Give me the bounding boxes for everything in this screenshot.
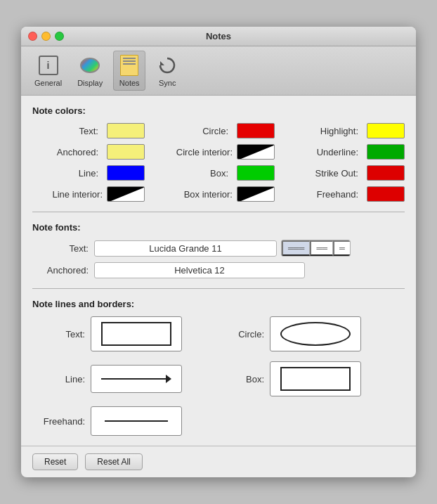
toolbar-sync[interactable]: Sync [151,51,183,91]
box-color-swatch[interactable] [237,165,275,181]
window-title: Notes [206,31,231,41]
box-interior-color-label: Box interior: [184,189,233,200]
note-colors-section: Note colors: Text: Circle: Highlight: [32,105,405,202]
box-color-label: Box: [210,168,228,179]
color-row-4: Line interior: Box interior: Freehand: [32,186,405,202]
circle-color-swatch[interactable] [237,123,275,138]
align-right-button[interactable]: ═ [333,240,350,256]
general-icon-shape: i [39,56,58,75]
lines-grid: Text: Circle: Line: [32,316,405,436]
toolbar-notes[interactable]: Notes [113,51,145,91]
lines-text-inner-rect [101,322,171,346]
line-color-swatch[interactable] [107,165,145,181]
box-interior-color-swatch[interactable] [237,186,275,202]
note-lines-title: Note lines and borders: [32,299,405,309]
lines-circle-cell: Circle: [222,316,405,351]
lines-freehand-label: Freehand: [32,416,85,427]
lines-freehand-line [105,420,168,422]
window-controls [28,32,64,41]
general-icon: i [37,54,60,77]
note-colors-title: Note colors: [32,105,405,116]
display-icon [79,54,101,77]
lines-circle-label: Circle: [222,329,264,340]
underline-color-cell: Underline: [275,144,405,160]
lines-text-label: Text: [32,329,85,340]
anchored-color-swatch[interactable] [107,144,145,160]
display-icon-shape [80,58,100,73]
color-row-2: Anchored: Circle interior: Underline: [32,144,405,160]
arrow-shaft [101,378,166,380]
notes-icon-shape [120,55,138,76]
strikeout-color-cell: Strike Out: [275,165,405,181]
reset-button[interactable]: Reset [32,453,78,470]
note-fonts-section: Note fonts: Text: ═══ ══ ═ Anchored: [32,222,405,278]
strikeout-color-label: Strike Out: [315,168,358,179]
circle-interior-color-swatch[interactable] [237,144,275,160]
underline-color-swatch[interactable] [367,144,405,160]
font-anchored-input[interactable] [94,262,305,278]
font-text-input[interactable] [94,240,277,257]
svg-marker-0 [160,61,164,65]
lines-line-label: Line: [32,374,85,385]
circle-color-cell: Circle: [145,123,275,138]
note-fonts-title: Note fonts: [32,222,405,233]
toolbar: i General Display Notes Sync [21,46,416,96]
minimize-button[interactable] [41,32,51,41]
lines-freehand-box[interactable] [91,406,182,436]
freehand-color-swatch[interactable] [367,186,405,202]
toolbar-sync-label: Sync [159,79,176,87]
lines-box-label: Box: [222,374,264,385]
lines-box-inner-rect [280,367,351,391]
highlight-color-label: Highlight: [320,126,358,136]
toolbar-notes-label: Notes [119,79,140,87]
footer: Reset Reset All [21,446,416,477]
divider-1 [32,212,405,212]
toolbar-general[interactable]: i General [30,51,67,91]
highlight-color-swatch[interactable] [367,123,405,138]
line-interior-color-label: Line interior: [52,189,103,200]
font-text-row: Text: ═══ ══ ═ [32,240,405,257]
freehand-color-label: Freehand: [317,189,358,200]
lines-line-cell: Line: [32,361,215,396]
maximize-button[interactable] [55,32,64,41]
align-left-button[interactable]: ═══ [282,240,310,256]
lines-text-cell: Text: [32,316,215,351]
main-window: Notes i General Display Notes [21,27,416,477]
box-color-cell: Box: [145,165,275,181]
color-row-3: Line: Box: Strike Out: [32,165,405,181]
lines-box-box[interactable] [270,361,361,396]
title-bar: Notes [21,27,416,46]
close-button[interactable] [28,32,37,41]
strikeout-color-swatch[interactable] [367,165,405,181]
highlight-color-cell: Highlight: [275,123,405,138]
toolbar-display[interactable]: Display [72,51,107,91]
lines-box-cell: Box: [222,361,405,396]
freehand-color-cell: Freehand: [275,186,405,202]
line-interior-color-swatch[interactable] [107,186,145,202]
reset-all-button[interactable]: Reset All [85,453,142,470]
text-color-cell: Text: [32,123,145,138]
box-interior-color-cell: Box interior: [145,186,275,202]
lines-freehand-cell: Freehand: [32,406,215,436]
toolbar-general-label: General [34,79,62,87]
line-color-cell: Line: [32,165,145,181]
toolbar-display-label: Display [77,79,103,87]
lines-line-box[interactable] [91,365,182,393]
underline-color-label: Underline: [317,147,358,157]
line-interior-color-cell: Line interior: [32,186,145,202]
content-area: Note colors: Text: Circle: Highlight: [21,96,416,446]
circle-interior-color-label: Circle interior: [176,147,233,157]
divider-2 [32,288,405,289]
lines-circle-inner [280,322,351,346]
lines-text-box[interactable] [91,316,182,351]
align-center-button[interactable]: ══ [310,240,333,256]
anchored-color-label: Anchored: [57,147,98,157]
arrow-head [166,375,171,383]
text-color-swatch[interactable] [107,123,145,138]
align-buttons: ═══ ══ ═ [281,240,351,257]
lines-circle-box[interactable] [270,316,361,351]
line-color-label: Line: [79,168,98,179]
color-row-1: Text: Circle: Highlight: [32,123,405,138]
lines-arrow [101,375,171,383]
notes-icon [118,54,141,77]
